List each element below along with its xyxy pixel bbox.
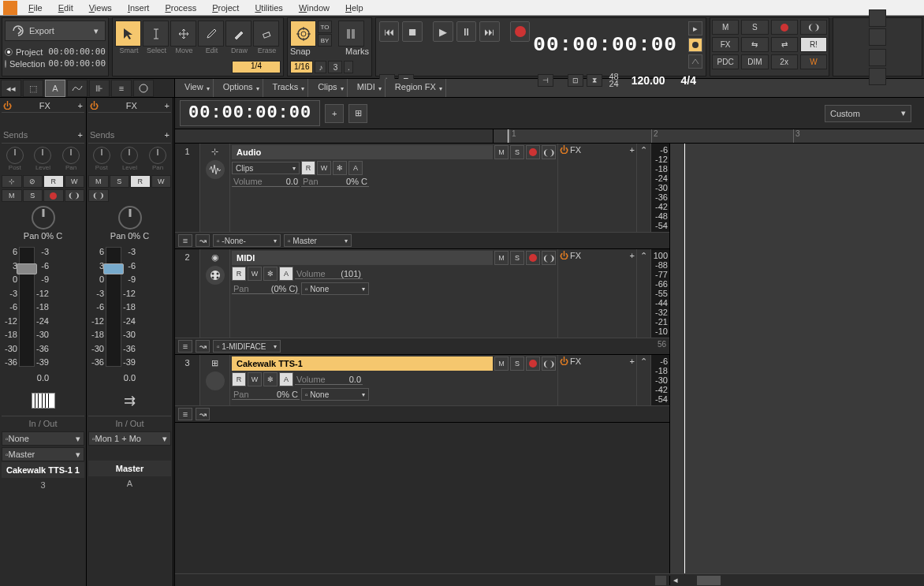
tracks-menu-view[interactable]: View▾ <box>175 79 214 97</box>
snap-by-button[interactable]: BY <box>318 34 332 47</box>
transport-side-c[interactable] <box>688 54 702 69</box>
add-send[interactable]: + <box>165 130 170 140</box>
automation-btn[interactable]: ↝ <box>196 234 210 247</box>
automation-btn[interactable]: ↝ <box>196 408 210 420</box>
btn-r[interactable]: R <box>232 267 246 281</box>
clip-area[interactable] <box>670 144 924 573</box>
insp-echo[interactable]: ❨❩ <box>65 189 85 202</box>
collapse-icon[interactable]: ⌃ <box>640 356 647 367</box>
btn-r[interactable]: R <box>232 372 246 386</box>
rewind-button[interactable]: ⏮ <box>379 21 399 42</box>
mix-dim[interactable]: DIM <box>741 54 768 69</box>
automation-btn[interactable]: ↝ <box>196 340 210 353</box>
track-icon[interactable] <box>206 266 225 285</box>
track-name[interactable]: Cakewalk TTS-1 <box>232 356 493 371</box>
clips-dropdown[interactable]: Clips▾ <box>232 162 300 174</box>
insp-write[interactable]: W <box>65 175 85 188</box>
add-track-button[interactable]: + <box>325 104 344 123</box>
btn-w[interactable]: W <box>248 372 262 386</box>
mix-swap2[interactable]: ⇄ <box>771 37 798 52</box>
out-dropdown[interactable]: ▫ None▾ <box>301 282 369 295</box>
btn-echo[interactable]: ❨❩ <box>542 145 556 159</box>
export-project-radio[interactable]: Project 00:00:00:00 <box>5 46 106 58</box>
main-timecode[interactable]: 00:00:00:00 <box>533 21 682 69</box>
snap-to-button[interactable]: TO <box>318 21 332 33</box>
snap-note-icon[interactable]: ♪ <box>315 61 326 73</box>
power-icon[interactable]: ⏻ <box>560 251 568 260</box>
piano-icon[interactable] <box>32 393 55 409</box>
lanes-btn[interactable]: ≡ <box>178 408 192 420</box>
scroll-left[interactable]: ◂ <box>670 575 681 585</box>
track-row[interactable]: 2 ◉ MIDI M S ❨❩ <box>175 249 669 355</box>
insp-write[interactable]: W <box>151 175 172 188</box>
tracks-menu-midi[interactable]: MIDI▾ <box>348 79 386 97</box>
level-knob[interactable] <box>121 147 138 164</box>
mix-arm[interactable] <box>771 20 798 35</box>
tool-smart[interactable] <box>115 21 141 47</box>
power-icon[interactable]: ⏻ <box>560 356 568 366</box>
collapse-icon[interactable]: ⌃ <box>640 145 647 155</box>
stop-button[interactable]: ⏹ <box>402 21 422 42</box>
mix-fx[interactable]: FX <box>712 37 739 52</box>
insp-echo[interactable]: ❨❩ <box>88 189 109 202</box>
post-knob[interactable] <box>93 147 110 164</box>
volume-fader[interactable] <box>19 247 35 367</box>
output-dropdown[interactable]: ▫ Master▾ <box>284 234 352 247</box>
insp-tab-1[interactable]: ◂◂ <box>1 80 21 97</box>
menu-window[interactable]: Window <box>291 2 337 14</box>
level-knob[interactable] <box>34 147 51 164</box>
insp-solo[interactable]: S <box>110 175 130 188</box>
record-button[interactable] <box>510 21 530 42</box>
menu-insert[interactable]: Insert <box>120 2 158 14</box>
mix-w[interactable]: W <box>800 54 827 69</box>
play-button[interactable]: ▶ <box>433 21 453 42</box>
btn-echo[interactable]: ❨❩ <box>542 356 556 371</box>
input-dropdown[interactable]: ▫ Mon 1 + Mo▾ <box>88 431 171 446</box>
btn-mute[interactable]: M <box>494 251 509 265</box>
screenset-b[interactable] <box>869 28 886 46</box>
btn-solo[interactable]: S <box>510 251 524 265</box>
btn-freeze[interactable]: ✻ <box>333 161 347 175</box>
insp-phase[interactable]: ⊘ <box>23 175 43 188</box>
tracks-timecode[interactable]: 00:00:00:00 <box>180 100 320 126</box>
add-fx[interactable]: + <box>78 101 83 110</box>
insp-tab-2[interactable]: ⬚ <box>23 80 43 97</box>
pan-knob[interactable] <box>32 206 55 230</box>
btn-archive[interactable]: A <box>279 372 293 386</box>
transport-side-a[interactable]: ▸ <box>688 21 702 35</box>
transport-side-b[interactable] <box>688 38 702 52</box>
btn-freeze[interactable]: ✻ <box>263 372 278 386</box>
insp-tab-list[interactable]: ≡ <box>111 80 132 97</box>
insp-read[interactable]: R <box>43 175 64 188</box>
menu-file[interactable]: File <box>20 2 50 14</box>
pause-button[interactable]: ⏸ <box>456 21 476 42</box>
mix-read[interactable]: R! <box>800 37 827 52</box>
menu-utilities[interactable]: Utilities <box>247 2 290 14</box>
btn-mute[interactable]: M <box>494 356 509 371</box>
pan-knob-small[interactable] <box>149 147 166 164</box>
tracks-menu-tracks[interactable]: Tracks▾ <box>263 79 309 97</box>
power-icon[interactable]: ⏻ <box>90 101 99 110</box>
btn-w[interactable]: W <box>317 161 331 175</box>
btn-solo[interactable]: S <box>510 145 524 159</box>
mix-pdc[interactable]: PDC <box>712 54 739 69</box>
tracks-menu-options[interactable]: Options▾ <box>214 79 263 97</box>
add-send[interactable]: + <box>78 130 83 140</box>
tool-move[interactable] <box>170 21 196 47</box>
insp-solo[interactable]: S <box>23 189 43 202</box>
track-name[interactable]: Audio <box>232 145 493 159</box>
tracks-menu-regionfx[interactable]: Region FX▾ <box>386 79 446 97</box>
out-dropdown[interactable]: ▫ None▾ <box>301 388 369 401</box>
insp-interleave[interactable]: ⊹ <box>2 175 22 188</box>
input-dropdown[interactable]: ▫ 1-MIDIFACE▾ <box>213 340 281 353</box>
timeline-ruler[interactable]: 123 <box>175 129 924 144</box>
mix-mute[interactable]: M <box>712 20 739 35</box>
mix-mon[interactable]: ❨❩ <box>800 20 827 35</box>
track-row[interactable]: 1 ⊹ Audio M S ❨❩ <box>175 144 669 249</box>
add-fx[interactable]: + <box>630 251 635 260</box>
lanes-btn[interactable]: ≡ <box>178 234 192 247</box>
strip-name[interactable]: Cakewalk TTS-1 1 <box>2 462 84 478</box>
menu-edit[interactable]: Edit <box>50 2 81 14</box>
track-preset-dropdown[interactable]: Custom▾ <box>825 105 911 122</box>
add-fx[interactable]: + <box>165 101 170 110</box>
